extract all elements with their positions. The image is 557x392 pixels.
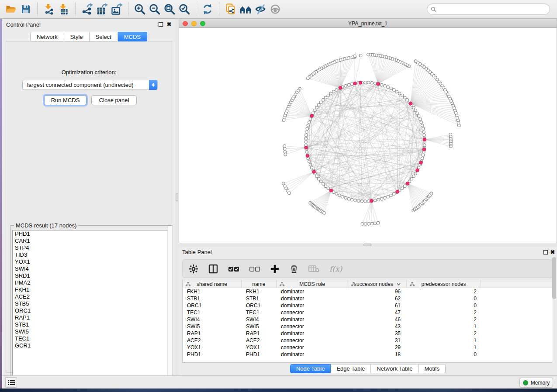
table-row[interactable]: FKH1FKH1dominator962 — [183, 288, 553, 295]
network-node[interactable] — [377, 198, 380, 201]
tab-style[interactable]: Style — [64, 32, 90, 41]
mcds-result-item[interactable]: ORC1 — [13, 307, 171, 314]
network-node[interactable] — [307, 77, 310, 80]
network-node[interactable] — [319, 180, 322, 182]
network-node[interactable] — [324, 185, 327, 187]
import-table-icon[interactable] — [56, 2, 71, 17]
network-node[interactable] — [422, 154, 424, 156]
network-node[interactable] — [335, 89, 338, 91]
network-node[interactable] — [347, 197, 350, 200]
network-node[interactable] — [306, 127, 308, 130]
select-all-checkboxes-icon[interactable] — [228, 262, 239, 275]
new-network-from-selection-icon[interactable] — [223, 2, 238, 17]
vertical-splitter[interactable] — [175, 19, 179, 375]
tab-motifs[interactable]: Motifs — [419, 364, 446, 373]
table-row[interactable]: ACE2ACE2connector311 — [183, 337, 553, 344]
column-header-MCDS-role[interactable]: MCDS role — [277, 280, 348, 288]
apply-layout-icon[interactable] — [200, 2, 215, 17]
network-node[interactable] — [344, 84, 347, 87]
network-node[interactable] — [422, 127, 424, 130]
mcds-hub-node[interactable] — [329, 189, 333, 193]
network-node[interactable] — [421, 157, 423, 159]
network-node[interactable] — [374, 222, 377, 225]
table-row[interactable]: TEC1TEC1connector472 — [183, 309, 553, 316]
network-node[interactable] — [414, 60, 417, 63]
mcds-result-item[interactable]: SRD1 — [13, 272, 171, 279]
network-node[interactable] — [327, 187, 329, 189]
network-node[interactable] — [305, 134, 308, 137]
criterion-dropdown[interactable]: largest connected component (undirected) — [22, 80, 158, 90]
toggle-panel-column-icon[interactable] — [208, 262, 218, 275]
mcds-result-item[interactable]: STB5 — [13, 300, 171, 307]
column-header-name[interactable]: name — [242, 280, 277, 288]
mcds-result-item[interactable]: TEC1 — [13, 335, 171, 342]
mcds-result-item[interactable]: ACE2 — [13, 293, 171, 300]
network-node[interactable] — [423, 134, 426, 137]
network-node[interactable] — [305, 131, 308, 133]
network-node[interactable] — [322, 182, 325, 185]
tab-mcds[interactable]: MCDS — [118, 32, 147, 41]
mcds-hub-node[interactable] — [419, 161, 423, 165]
network-node[interactable] — [283, 148, 286, 151]
network-node[interactable] — [374, 199, 377, 202]
network-node[interactable] — [384, 84, 386, 87]
zoom-fit-icon[interactable] — [162, 2, 177, 17]
first-neighbors-icon[interactable] — [238, 2, 253, 17]
network-node[interactable] — [354, 199, 356, 202]
mcds-hub-node[interactable] — [304, 146, 308, 149]
mcds-result-item[interactable]: YOX1 — [13, 258, 171, 265]
network-node[interactable] — [344, 196, 347, 199]
network-node[interactable] — [308, 121, 310, 124]
network-node[interactable] — [314, 109, 316, 111]
add-column-icon[interactable] — [270, 262, 280, 275]
tab-select[interactable]: Select — [90, 32, 118, 41]
column-header-successor-nodes[interactable]: successor nodes — [348, 280, 407, 288]
network-node[interactable] — [417, 115, 420, 117]
close-panel-icon[interactable]: ✖ — [166, 22, 172, 27]
network-node[interactable] — [395, 90, 398, 93]
mcds-result-item[interactable]: GCR1 — [13, 342, 171, 349]
network-node[interactable] — [329, 92, 332, 95]
network-node[interactable] — [309, 118, 311, 120]
network-node[interactable] — [360, 200, 363, 203]
zoom-selected-icon[interactable] — [177, 2, 192, 17]
network-node[interactable] — [416, 112, 419, 114]
mcds-result-item[interactable]: STP4 — [13, 244, 171, 251]
network-node[interactable] — [423, 144, 426, 146]
mcds-result-item[interactable]: TID3 — [13, 251, 171, 258]
export-network-icon[interactable] — [80, 2, 94, 17]
network-node[interactable] — [401, 94, 404, 96]
network-node[interactable] — [315, 175, 318, 177]
network-node[interactable] — [410, 178, 413, 180]
horizontal-splitter[interactable] — [179, 243, 557, 247]
delete-column-icon[interactable] — [289, 262, 299, 275]
table-row[interactable]: STB1STB1dominator620 — [183, 295, 553, 302]
network-node[interactable] — [430, 192, 433, 195]
network-node[interactable] — [403, 96, 406, 99]
network-node[interactable] — [357, 199, 360, 202]
network-node[interactable] — [322, 99, 325, 101]
table-row[interactable]: ORC1ORC1dominator610 — [183, 302, 553, 309]
network-node[interactable] — [327, 94, 329, 96]
search-box[interactable] — [427, 3, 550, 15]
network-node[interactable] — [380, 197, 383, 200]
mcds-hub-node[interactable] — [370, 199, 373, 203]
mcds-list-scrollbar[interactable] — [167, 226, 173, 388]
column-header-predecessor-nodes[interactable]: predecessor nodes — [407, 280, 481, 288]
table-row[interactable]: YOX1YOX1connector291 — [183, 344, 553, 351]
close-panel-button[interactable]: Close panel — [91, 95, 137, 105]
zoom-out-icon[interactable] — [147, 2, 162, 17]
network-node[interactable] — [338, 194, 341, 196]
mcds-hub-node[interactable] — [396, 190, 399, 194]
network-node[interactable] — [335, 193, 338, 195]
network-node[interactable] — [449, 133, 452, 136]
open-session-icon[interactable] — [3, 2, 18, 17]
show-all-icon[interactable] — [268, 2, 283, 17]
tab-edge-table[interactable]: Edge Table — [331, 364, 371, 373]
network-node[interactable] — [288, 192, 291, 195]
network-node[interactable] — [309, 163, 311, 166]
network-node[interactable] — [347, 83, 350, 86]
network-node[interactable] — [305, 151, 308, 153]
mcds-hub-node[interactable] — [416, 168, 419, 172]
table-row[interactable]: SWI5SWI5connector431 — [183, 323, 553, 330]
